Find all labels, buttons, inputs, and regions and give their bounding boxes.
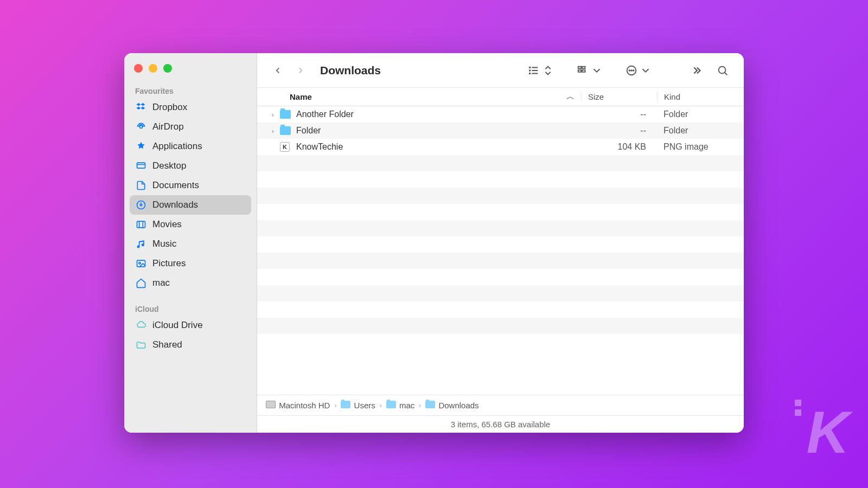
- downloads-icon: [135, 199, 147, 211]
- path-label: Macintosh HD: [279, 401, 330, 410]
- watermark-logo: K: [807, 397, 846, 466]
- path-segment[interactable]: Downloads: [425, 401, 478, 410]
- watermark-letter: K: [807, 399, 846, 465]
- sidebar-section-icloud: iCloud: [130, 300, 251, 316]
- desktop-icon: [135, 160, 147, 172]
- sidebar-item-pictures[interactable]: Pictures: [130, 254, 251, 273]
- path-segment[interactable]: Macintosh HD: [266, 401, 330, 410]
- sidebar-item-label: Pictures: [152, 258, 186, 269]
- svg-point-21: [631, 70, 632, 71]
- sidebar-item-label: Music: [152, 239, 176, 249]
- file-name: Another Folder: [293, 110, 581, 119]
- path-separator-icon: ›: [419, 402, 421, 409]
- file-row[interactable]: › Folder -- Folder: [257, 123, 744, 139]
- file-kind: PNG image: [657, 142, 744, 152]
- svg-point-20: [629, 70, 630, 71]
- disclosure-triangle-icon[interactable]: ›: [266, 127, 280, 135]
- sidebar-item-label: AirDrop: [152, 121, 184, 132]
- svg-point-13: [529, 70, 531, 71]
- file-size: 104 KB: [581, 142, 657, 152]
- folder-icon: [425, 401, 435, 408]
- finder-window: Favourites Dropbox AirDrop Applications …: [124, 53, 744, 433]
- window-title: Downloads: [320, 64, 381, 77]
- file-row[interactable]: K KnowTechie 104 KB PNG image: [257, 139, 744, 155]
- forward-button[interactable]: [291, 61, 310, 80]
- file-size: --: [581, 126, 657, 136]
- sidebar-item-documents[interactable]: Documents: [130, 176, 251, 195]
- file-kind: Folder: [657, 110, 744, 119]
- column-header: Name ︿ Size Kind: [257, 88, 744, 106]
- path-segment[interactable]: mac: [386, 401, 415, 410]
- movies-icon: [135, 219, 147, 230]
- home-icon: [135, 277, 147, 289]
- pictures-icon: [135, 258, 147, 269]
- folder-icon: [280, 126, 293, 135]
- sort-ascending-icon: ︿: [566, 92, 575, 102]
- svg-rect-1: [137, 163, 145, 168]
- status-bar: 3 items, 65.68 GB available: [257, 415, 744, 433]
- svg-rect-16: [582, 66, 585, 68]
- file-kind: Folder: [657, 126, 744, 136]
- minimize-button[interactable]: [149, 64, 157, 73]
- back-button[interactable]: [268, 61, 288, 80]
- svg-point-0: [140, 126, 143, 129]
- icloud-icon: [135, 319, 147, 331]
- path-label: Downloads: [438, 401, 478, 410]
- music-icon: [135, 238, 147, 250]
- sidebar-item-applications[interactable]: Applications: [130, 137, 251, 156]
- sidebar-item-music[interactable]: Music: [130, 234, 251, 254]
- search-button[interactable]: [712, 61, 733, 80]
- sidebar-item-airdrop[interactable]: AirDrop: [130, 117, 251, 137]
- sidebar-item-label: Applications: [152, 141, 202, 152]
- svg-rect-4: [137, 221, 145, 228]
- column-size[interactable]: Size: [581, 92, 657, 101]
- svg-rect-17: [578, 70, 582, 72]
- disclosure-triangle-icon[interactable]: ›: [266, 111, 280, 119]
- path-separator-icon: ›: [380, 402, 382, 409]
- sidebar-item-desktop[interactable]: Desktop: [130, 156, 251, 176]
- folder-icon: [386, 401, 396, 408]
- path-bar: Macintosh HD › Users › mac › Downloads: [257, 395, 744, 415]
- svg-line-24: [725, 72, 727, 75]
- sidebar-item-label: Movies: [152, 219, 182, 230]
- overflow-button[interactable]: [686, 61, 707, 80]
- sidebar-item-label: Desktop: [152, 160, 186, 171]
- sidebar-item-shared[interactable]: Shared: [130, 335, 251, 355]
- path-segment[interactable]: Users: [341, 401, 375, 410]
- column-name[interactable]: Name ︿: [257, 92, 581, 102]
- file-row[interactable]: › Another Folder -- Folder: [257, 106, 744, 123]
- file-name: Folder: [293, 126, 581, 136]
- toolbar: Downloads: [257, 53, 744, 88]
- sidebar-item-icloud-drive[interactable]: iCloud Drive: [130, 316, 251, 335]
- sidebar-item-home[interactable]: mac: [130, 273, 251, 293]
- path-label: mac: [399, 401, 414, 410]
- path-separator-icon: ›: [334, 402, 336, 409]
- path-label: Users: [354, 401, 375, 410]
- group-by-button[interactable]: [572, 61, 607, 80]
- sidebar-item-movies[interactable]: Movies: [130, 215, 251, 234]
- sidebar-item-label: Downloads: [152, 200, 198, 210]
- sidebar-item-downloads[interactable]: Downloads: [130, 195, 251, 215]
- action-menu-button[interactable]: [621, 61, 656, 80]
- svg-rect-18: [582, 70, 585, 72]
- sidebar-item-dropbox[interactable]: Dropbox: [130, 98, 251, 117]
- window-controls: [130, 60, 251, 82]
- sidebar-item-label: iCloud Drive: [152, 320, 203, 331]
- file-list: › Another Folder -- Folder › Folder -- F…: [257, 106, 744, 395]
- column-name-label: Name: [290, 92, 312, 101]
- column-kind[interactable]: Kind: [657, 92, 744, 101]
- hdd-icon: [266, 401, 276, 408]
- svg-point-12: [529, 67, 531, 68]
- svg-point-14: [529, 73, 531, 74]
- sidebar-item-label: mac: [152, 278, 170, 288]
- sidebar-item-label: Dropbox: [152, 102, 187, 113]
- view-list-button[interactable]: [524, 61, 558, 80]
- maximize-button[interactable]: [163, 64, 172, 73]
- svg-rect-15: [578, 66, 582, 68]
- sidebar-section-favourites: Favourites: [130, 82, 251, 98]
- close-button[interactable]: [134, 64, 143, 73]
- shared-icon: [135, 339, 147, 351]
- file-name: KnowTechie: [293, 142, 581, 152]
- image-file-icon: K: [280, 142, 293, 152]
- svg-point-23: [719, 66, 726, 73]
